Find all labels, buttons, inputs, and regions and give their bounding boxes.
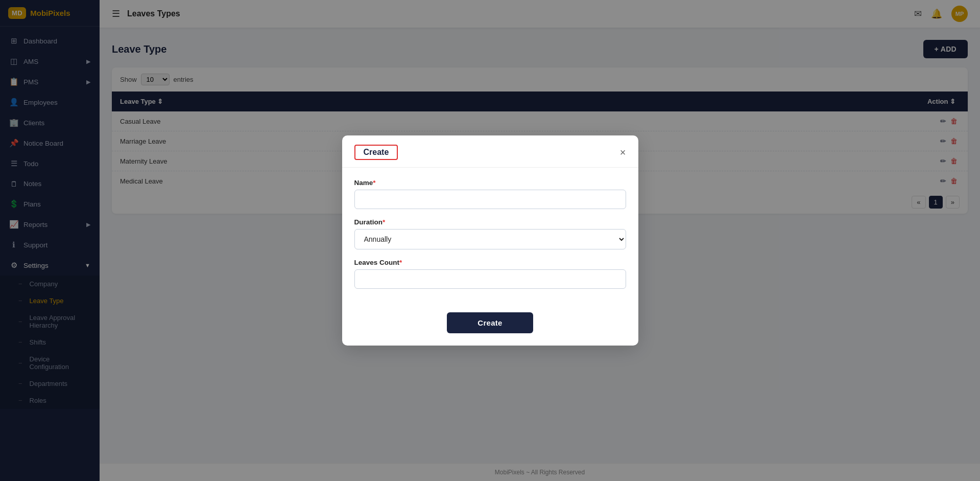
create-modal: Create × Name* Duration* Annually Monthl… [342, 135, 638, 346]
modal-title: Create [364, 148, 389, 156]
duration-select[interactable]: Annually Monthly Weekly [354, 229, 626, 249]
leaves-count-field-group: Leaves Count* [354, 259, 626, 289]
modal-overlay[interactable]: Create × Name* Duration* Annually Monthl… [0, 0, 980, 481]
modal-footer: Create [342, 310, 638, 346]
modal-title-box: Create [354, 145, 398, 160]
name-label: Name* [354, 179, 626, 187]
duration-field-group: Duration* Annually Monthly Weekly [354, 218, 626, 249]
name-field-group: Name* [354, 179, 626, 209]
modal-close-button[interactable]: × [620, 147, 626, 157]
leaves-count-label: Leaves Count* [354, 259, 626, 266]
duration-label: Duration* [354, 218, 626, 226]
create-button[interactable]: Create [447, 312, 533, 333]
leaves-count-input[interactable] [354, 269, 626, 289]
modal-body: Name* Duration* Annually Monthly Weekly … [342, 168, 638, 310]
name-input[interactable] [354, 190, 626, 209]
modal-header: Create × [342, 135, 638, 168]
